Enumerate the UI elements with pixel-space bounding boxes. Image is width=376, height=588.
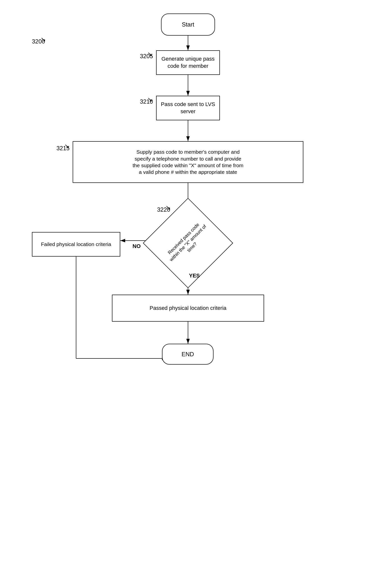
start-node: Start [161,14,215,36]
node-3230: Failed physical location criteria [32,232,120,257]
node-3225: Passed physical location criteria [112,295,264,322]
node-3220-text: Received pass codewithin the "X" amount … [164,219,212,267]
yes-label: YES [189,273,200,279]
flowchart-diagram: 3200 ↘ Start 3205 ↘ Generate unique pass… [0,0,376,588]
arrows-svg [0,0,376,588]
node-3210: Pass code sent to LVS server [156,96,220,120]
node-3205: Generate unique pass code for member [156,50,220,75]
node-3215: Supply pass code to member's computer an… [73,141,303,183]
end-node: END [162,344,214,365]
no-label: NO [133,243,141,249]
